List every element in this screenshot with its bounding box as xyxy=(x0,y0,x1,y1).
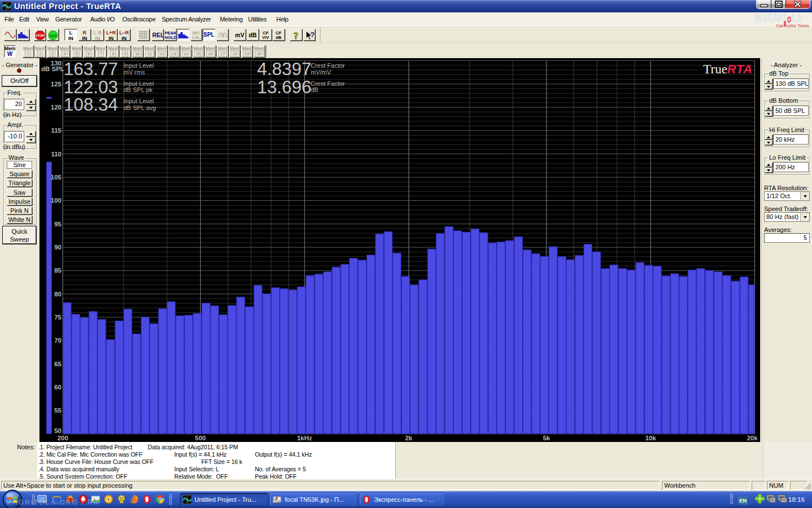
menu-help[interactable]: Help xyxy=(276,16,288,23)
hi-freq-limit-spin-down[interactable] xyxy=(765,140,773,145)
help-button[interactable]: ? xyxy=(290,29,302,41)
menu-metering[interactable]: Metering xyxy=(220,16,242,23)
context-help-button[interactable]: ? xyxy=(303,29,315,41)
db-top-spin-up[interactable] xyxy=(765,78,773,84)
close-button[interactable] xyxy=(786,0,810,8)
maximize-button[interactable] xyxy=(771,0,786,8)
db-button[interactable]: dB xyxy=(246,29,259,41)
mem-16-button: Mem16 xyxy=(205,45,216,58)
db-top-spin-down[interactable] xyxy=(765,84,773,89)
quicklaunch-firefox-icon[interactable] xyxy=(129,494,139,505)
l-minus-r-input-button[interactable]: L–RIN xyxy=(118,29,130,41)
spl-button[interactable]: SPL xyxy=(202,29,215,41)
lo-freq-limit-spin-down[interactable] xyxy=(765,168,773,173)
menu-generator[interactable]: Generator xyxy=(55,16,82,23)
menu-edit[interactable]: Edit xyxy=(19,16,29,23)
generator-onoff-button[interactable]: On/Off xyxy=(2,76,37,86)
hi-freq-limit-input[interactable]: 20 kHz xyxy=(773,134,809,144)
menu-audio-i-o[interactable]: Audio I/O xyxy=(90,16,114,23)
quicklaunch-chrome-icon[interactable] xyxy=(155,494,165,505)
db-bottom-spin-up[interactable] xyxy=(765,106,773,111)
input-level-avg-value: 108.34 xyxy=(64,96,118,113)
menu-oscilloscope[interactable]: Oscilloscope xyxy=(122,16,156,23)
quicklaunch-aimp-icon[interactable] xyxy=(104,494,113,505)
lo-freq-limit-spinner[interactable] xyxy=(765,162,773,173)
note-line-2-segment: Output f(s) = 44.1 kHz xyxy=(255,451,312,458)
mv-button[interactable]: mV xyxy=(233,29,246,41)
quicklaunch-opera-icon[interactable] xyxy=(142,494,152,505)
ampl-spinner[interactable] xyxy=(26,131,36,143)
sine-wave-icon xyxy=(5,30,16,40)
rta-resolution-dropdown-icon[interactable] xyxy=(800,192,809,200)
rta-resolution-select[interactable]: 1/12 Oct. xyxy=(764,191,810,201)
freq-spin-up[interactable] xyxy=(26,99,36,104)
spectrum-mode-button[interactable] xyxy=(176,29,189,41)
speed-tradeoff-dropdown-icon[interactable] xyxy=(800,213,809,221)
task-button-photos[interactable]: focal TN53K.jpg - П... xyxy=(270,493,358,506)
language-indicator[interactable]: EN xyxy=(738,497,748,505)
spectrum-bar xyxy=(72,314,80,433)
menu-spectrum-analyzer[interactable]: Spectrum Analyzer xyxy=(162,16,211,23)
resize-grip[interactable] xyxy=(804,483,811,490)
rel-button[interactable]: REL xyxy=(152,29,164,41)
spectrum-display-button[interactable] xyxy=(17,29,29,41)
lo-freq-limit-spin-up[interactable] xyxy=(765,162,773,167)
db-top-spinner[interactable] xyxy=(765,78,773,89)
right-input-button[interactable]: RIN xyxy=(78,29,91,41)
notes-edit-box[interactable]: .1. Project Filename: Untitled ProjectDa… xyxy=(37,442,396,479)
wave-impulse-button[interactable]: Impulse xyxy=(7,198,32,205)
sine-wave-button[interactable] xyxy=(4,29,16,41)
averages-input[interactable]: 5 xyxy=(764,233,810,243)
cf-db-button[interactable]: CFdB xyxy=(272,29,285,41)
cf-vv-button[interactable]: CFV/V xyxy=(259,29,272,41)
spectrum-bar xyxy=(401,277,409,433)
spectrum-bar xyxy=(714,272,722,434)
wave-saw-button[interactable]: Saw xyxy=(7,189,32,196)
spectrum-bar xyxy=(593,252,601,433)
freq-spinner[interactable] xyxy=(26,99,36,111)
db-bottom-spinner[interactable] xyxy=(765,106,773,116)
ampl-input[interactable]: -10.0 xyxy=(4,131,24,142)
ampl-spin-down[interactable] xyxy=(26,137,36,143)
minimize-button[interactable] xyxy=(757,0,771,8)
spectrum-bar xyxy=(488,243,496,433)
speed-tradeoff-select[interactable]: 80 Hz (fast) xyxy=(764,212,810,222)
l-plus-r-input-button[interactable]: L+RIN xyxy=(105,29,117,41)
x-tick-label: 2k xyxy=(405,435,412,441)
wave-sine-button[interactable]: Sine xyxy=(7,161,32,169)
spectrum-bar xyxy=(601,269,609,434)
tray-network-1-icon[interactable] xyxy=(766,493,776,505)
hi-freq-limit-spinner[interactable] xyxy=(765,134,773,145)
ampl-spin-up[interactable] xyxy=(26,131,36,137)
db-bottom-input[interactable]: 50 dB SPL xyxy=(773,106,809,116)
spectrum-bar xyxy=(81,318,89,434)
wave-triangle-button[interactable]: Triangle xyxy=(7,179,32,187)
spectrum-bars xyxy=(47,97,754,434)
stop-button[interactable]: STOP xyxy=(34,29,46,41)
mem-w-button[interactable]: MemW xyxy=(4,45,16,58)
menu-view[interactable]: View xyxy=(36,16,48,23)
taskbar-clock[interactable]: 18:16 xyxy=(788,496,805,503)
spectrum-bar xyxy=(315,274,323,434)
wave-white-n-button[interactable]: White N xyxy=(7,216,32,224)
task-button-truerta[interactable]: Untitled Project - Tru... xyxy=(180,493,268,506)
peak-hold-button[interactable]: PEAKHOLD xyxy=(164,29,176,41)
db-bottom-spin-down[interactable] xyxy=(765,111,773,116)
left-input-button[interactable]: LIN xyxy=(64,29,77,41)
quicklaunch-qip-icon[interactable] xyxy=(117,494,126,505)
menu-file[interactable]: File xyxy=(5,16,14,23)
panel-divider xyxy=(761,58,762,479)
task-button-opera[interactable]: Экспресс-панель - ... xyxy=(359,493,445,506)
quick-sweep-button[interactable]: QuickSweep xyxy=(3,226,36,244)
tray-network-2-icon[interactable] xyxy=(777,493,788,505)
lo-freq-limit-input[interactable]: 200 Hz xyxy=(773,162,809,172)
hi-freq-limit-spin-up[interactable] xyxy=(765,134,773,139)
wave-square-button[interactable]: Square xyxy=(7,170,32,178)
freq-input[interactable]: 20 xyxy=(4,99,24,110)
wave-pink-n-button[interactable]: Pink N xyxy=(7,207,32,214)
menu-utilities[interactable]: Utilities xyxy=(248,16,267,23)
go-button[interactable]: GO xyxy=(47,29,59,41)
tray-messenger-icon[interactable] xyxy=(754,493,765,505)
db-top-input[interactable]: 130 dB SPL xyxy=(773,78,809,89)
freq-spin-down[interactable] xyxy=(26,105,36,111)
